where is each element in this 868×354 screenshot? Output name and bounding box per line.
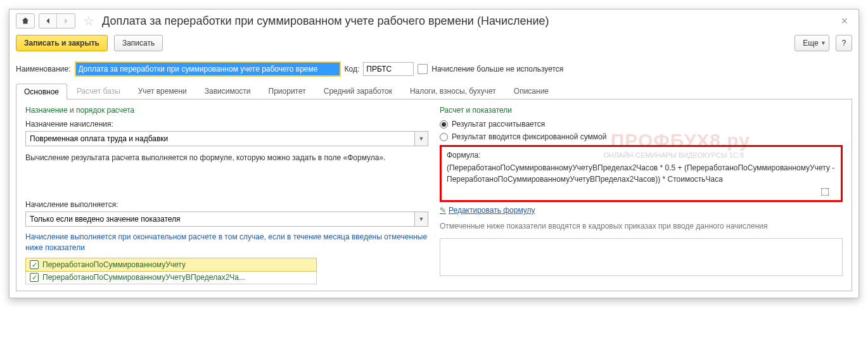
help-button[interactable]: ? <box>836 35 852 51</box>
home-button[interactable] <box>16 13 35 28</box>
tab-taxes[interactable]: Налоги, взносы, бухучет <box>402 83 504 99</box>
empty-list[interactable] <box>440 238 843 276</box>
tab-base-calc[interactable]: Расчет базы <box>68 83 129 99</box>
indicator-label: ПереработаноПоСуммированномуУчету <box>42 260 186 269</box>
radio-fixed[interactable]: Результат вводится фиксированной суммой <box>440 132 843 141</box>
radio-off-icon <box>440 133 448 141</box>
indicator-label: ПереработаноПоСуммированномуУчетуВПредел… <box>42 273 245 282</box>
arrow-right-icon <box>61 16 70 25</box>
tab-dependencies[interactable]: Зависимости <box>196 83 259 99</box>
exec-dropdown-button[interactable]: ▼ <box>414 212 428 227</box>
disabled-label: Начисление больше не используется <box>431 65 563 73</box>
right-column: Расчет и показатели Результат рассчитыва… <box>440 106 843 284</box>
radio-calculated[interactable]: Результат рассчитывается <box>440 120 843 129</box>
indicator-row-2[interactable]: ✓ ПереработаноПоСуммированномуУчетуВПред… <box>26 271 316 284</box>
tab-content: ПРОФБУХ8.ру ОНЛАЙН-СЕМИНАРЫ ВИДЕОКУРСЫ 1… <box>16 99 852 291</box>
assignment-select[interactable] <box>25 131 414 146</box>
name-field-wrap <box>75 61 341 77</box>
exec-label: Начисление выполняется: <box>25 200 428 209</box>
checkbox-icon[interactable]: ✓ <box>30 260 39 269</box>
nav-buttons <box>39 13 75 28</box>
code-input[interactable] <box>363 62 414 76</box>
save-and-close-button[interactable]: Записать и закрыть <box>16 35 108 51</box>
tab-priority[interactable]: Приоритет <box>260 83 314 99</box>
right-section-header: Расчет и показатели <box>440 106 843 115</box>
cursor-icon: ⬚ <box>820 186 829 197</box>
name-input[interactable] <box>76 63 340 75</box>
arrow-left-icon <box>44 16 53 25</box>
assignment-label: Назначение начисления: <box>25 120 428 129</box>
chevron-down-icon: ▼ <box>419 216 424 222</box>
save-button[interactable]: Записать <box>114 35 163 51</box>
favorite-star-icon[interactable]: ☆ <box>79 13 98 28</box>
right-note: Отмеченные ниже показатели вводятся в ка… <box>440 221 843 232</box>
formula-text: (ПереработаноПоСуммированномуУчетуВПреде… <box>447 162 836 185</box>
indicator-row-1[interactable]: ✓ ПереработаноПоСуммированномуУчету <box>25 258 317 272</box>
checkbox-icon[interactable]: ✓ <box>30 273 39 282</box>
exec-note: Начисление выполняется при окончательном… <box>25 232 428 253</box>
tab-description[interactable]: Описание <box>506 83 557 99</box>
exec-select[interactable] <box>25 212 414 227</box>
indicator-list: ✓ ПереработаноПоСуммированномуУчету ✓ Пе… <box>25 258 317 284</box>
left-column: Назначение и порядок расчета Назначение … <box>25 106 428 284</box>
tab-strip: Основное Расчет базы Учет времени Зависи… <box>16 83 852 99</box>
left-section-header: Назначение и порядок расчета <box>25 106 428 115</box>
back-button[interactable] <box>39 14 57 28</box>
window-title: Доплата за переработки при суммированном… <box>102 15 833 28</box>
name-label: Наименование: <box>16 65 71 73</box>
tab-time-tracking[interactable]: Учет времени <box>130 83 195 99</box>
disabled-checkbox[interactable] <box>418 64 428 74</box>
formula-label: Формула: <box>447 151 836 160</box>
radio-on-icon <box>440 120 448 129</box>
chevron-down-icon: ▼ <box>820 40 826 46</box>
close-button[interactable]: ✕ <box>837 16 852 26</box>
more-button[interactable]: Еще ▼ <box>795 35 829 51</box>
assignment-dropdown-button[interactable]: ▼ <box>414 131 428 146</box>
tab-average-earnings[interactable]: Средний заработок <box>316 83 400 99</box>
edit-formula-label: Редактировать формулу <box>449 206 535 215</box>
chevron-down-icon: ▼ <box>419 136 424 142</box>
home-icon <box>21 16 30 25</box>
pencil-icon: ✎ <box>440 206 446 215</box>
calc-description: Вычисление результата расчета выполняетс… <box>25 153 428 163</box>
forward-button[interactable] <box>57 14 75 28</box>
radio-label: Результат вводится фиксированной суммой <box>452 132 606 141</box>
formula-box: Формула: (ПереработаноПоСуммированномуУч… <box>440 145 843 202</box>
radio-label: Результат рассчитывается <box>452 120 545 129</box>
code-label: Код: <box>345 65 360 73</box>
edit-formula-link[interactable]: ✎ Редактировать формулу <box>440 206 843 215</box>
tab-main[interactable]: Основное <box>16 84 67 99</box>
